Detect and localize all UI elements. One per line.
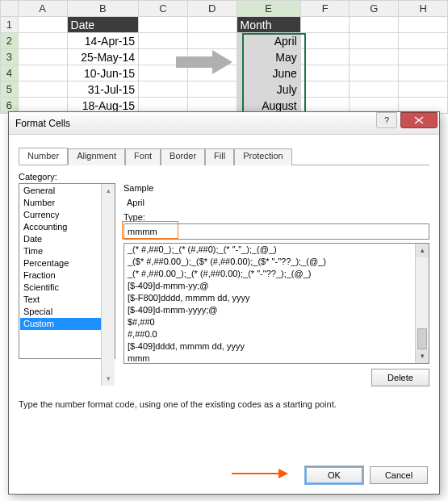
cell-f5[interactable]: [300, 81, 350, 98]
format-item[interactable]: [$-409]dddd, mmmm dd, yyyy: [124, 340, 429, 353]
category-item-percentage[interactable]: Percentage: [20, 257, 114, 269]
cell-h3[interactable]: [399, 49, 448, 65]
cell-f3[interactable]: [300, 49, 350, 65]
dialog-titlebar[interactable]: Format Cells ?: [9, 112, 439, 135]
cell-f2[interactable]: [300, 33, 350, 49]
category-item-text[interactable]: Text: [20, 294, 114, 306]
format-item[interactable]: #,##0.0: [124, 328, 429, 340]
tab-fill[interactable]: Fill: [205, 148, 234, 165]
cell-a5[interactable]: [18, 81, 67, 98]
type-input[interactable]: [124, 223, 429, 240]
row-header-5[interactable]: 5: [1, 81, 19, 98]
col-header-g[interactable]: G: [350, 1, 399, 17]
category-item-scientific[interactable]: Scientific: [20, 282, 114, 294]
cell-g2[interactable]: [350, 33, 399, 49]
cell-e4[interactable]: June: [237, 65, 300, 81]
row-header-1[interactable]: 1: [1, 17, 19, 33]
cell-a1[interactable]: [18, 17, 67, 33]
format-item[interactable]: [$-409]d-mmm-yy;@: [124, 280, 429, 292]
cell-h2[interactable]: [399, 33, 448, 49]
cell-b4[interactable]: 10-Jun-15: [67, 65, 139, 81]
cell-b1[interactable]: Date: [67, 17, 139, 33]
cell-g1[interactable]: [350, 17, 399, 33]
category-item-fraction[interactable]: Fraction: [20, 269, 114, 282]
close-button[interactable]: [400, 112, 438, 128]
cell-f4[interactable]: [300, 65, 350, 81]
cell-d2[interactable]: [187, 33, 237, 49]
help-button[interactable]: ?: [376, 112, 397, 128]
cell-e2[interactable]: April: [237, 33, 300, 49]
cell-c2[interactable]: [139, 33, 188, 49]
tab-protection[interactable]: Protection: [234, 148, 292, 165]
hint-text: Type the number format code, using one o…: [19, 399, 429, 409]
cell-a4[interactable]: [18, 65, 67, 81]
cell-g4[interactable]: [350, 65, 399, 81]
cell-h4[interactable]: [399, 65, 448, 81]
format-item[interactable]: _($* #,##0.00_);_($* (#,##0.00);_($* "-"…: [124, 256, 429, 268]
cell-g5[interactable]: [350, 81, 399, 98]
spreadsheet-grid[interactable]: A B C D E F G H 1 Date Month 2 14-Apr-15…: [0, 0, 448, 114]
cell-e3[interactable]: May: [237, 49, 300, 65]
scroll-up-icon[interactable]: ▴: [416, 244, 429, 257]
cell-b2[interactable]: 14-Apr-15: [67, 33, 139, 49]
category-scrollbar[interactable]: ▴ ▾: [101, 184, 115, 386]
category-item-custom[interactable]: Custom: [20, 318, 114, 330]
col-header-h[interactable]: H: [399, 1, 448, 17]
format-item[interactable]: $#,##0: [124, 316, 429, 328]
category-item-date[interactable]: Date: [20, 233, 114, 245]
col-header-c[interactable]: C: [139, 1, 188, 17]
format-item[interactable]: [$-F800]dddd, mmmm dd, yyyy: [124, 292, 429, 304]
cell-d3[interactable]: [187, 49, 237, 65]
format-item[interactable]: mmm: [124, 353, 429, 364]
tab-border[interactable]: Border: [161, 148, 205, 165]
col-header-e[interactable]: E: [237, 1, 300, 17]
cell-e5[interactable]: July: [237, 81, 300, 98]
format-item[interactable]: _(* #,##0_);_(* (#,##0);_(* "-"_);_(@_): [124, 244, 429, 256]
ok-button[interactable]: OK: [305, 466, 363, 484]
cell-c1[interactable]: [139, 17, 188, 33]
category-item-accounting[interactable]: Accounting: [20, 221, 114, 233]
cell-g3[interactable]: [350, 49, 399, 65]
cell-d1[interactable]: [187, 17, 237, 33]
format-scrollbar[interactable]: ▴ ▾: [415, 244, 429, 363]
scroll-thumb[interactable]: [417, 328, 427, 349]
cell-h1[interactable]: [399, 17, 448, 33]
col-header-d[interactable]: D: [187, 1, 237, 17]
category-item-currency[interactable]: Currency: [20, 209, 114, 221]
col-header-a[interactable]: A: [18, 1, 67, 17]
format-code-listbox[interactable]: _(* #,##0_);_(* (#,##0);_(* "-"_);_(@_) …: [124, 243, 429, 364]
cell-b5[interactable]: 31-Jul-15: [67, 81, 139, 98]
format-item[interactable]: [$-409]d-mmm-yyyy;@: [124, 304, 429, 316]
tab-alignment[interactable]: Alignment: [68, 148, 125, 165]
cell-d4[interactable]: [187, 65, 237, 81]
scroll-up-icon[interactable]: ▴: [102, 184, 115, 198]
cell-a3[interactable]: [18, 49, 67, 65]
col-header-f[interactable]: F: [300, 1, 350, 17]
category-item-time[interactable]: Time: [20, 245, 114, 257]
category-item-number[interactable]: Number: [20, 197, 114, 209]
cell-d5[interactable]: [187, 81, 237, 98]
cell-b3[interactable]: 25-May-14: [67, 49, 139, 65]
row-header-4[interactable]: 4: [1, 65, 19, 81]
col-header-b[interactable]: B: [67, 1, 139, 17]
category-item-special[interactable]: Special: [20, 306, 114, 318]
tab-number[interactable]: Number: [19, 148, 68, 165]
cell-f1[interactable]: [300, 17, 350, 33]
scroll-down-icon[interactable]: ▾: [416, 349, 429, 363]
scroll-down-icon[interactable]: ▾: [102, 372, 115, 386]
cell-h5[interactable]: [399, 81, 448, 98]
cell-c3[interactable]: [139, 49, 188, 65]
row-header-3[interactable]: 3: [1, 49, 19, 65]
cell-a2[interactable]: [18, 33, 67, 49]
cancel-button[interactable]: Cancel: [370, 466, 428, 484]
category-item-general[interactable]: General: [20, 185, 114, 197]
cell-c4[interactable]: [139, 65, 188, 81]
cell-e1[interactable]: Month: [237, 17, 300, 33]
delete-button[interactable]: Delete: [371, 369, 429, 386]
row-header-2[interactable]: 2: [1, 33, 19, 49]
format-item[interactable]: _(* #,##0.00_);_(* (#,##0.00);_(* "-"??_…: [124, 268, 429, 280]
dialog-title: Format Cells: [15, 118, 70, 129]
select-all-corner[interactable]: [1, 1, 19, 17]
tab-font[interactable]: Font: [125, 148, 161, 165]
cell-c5[interactable]: [139, 81, 188, 98]
